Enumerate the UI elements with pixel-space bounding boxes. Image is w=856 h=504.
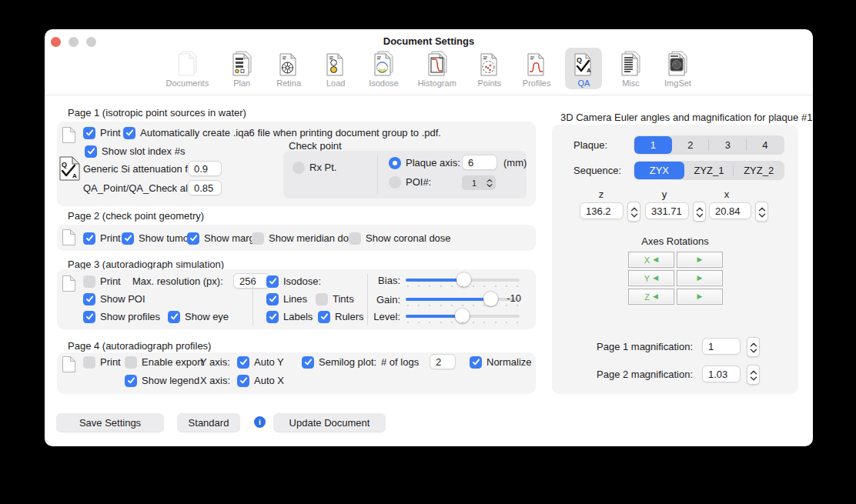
plaque-segmented-control: 1 2 3 4 xyxy=(634,135,784,155)
checkbox-show-profiles[interactable]: Show profiles xyxy=(83,310,160,323)
toolbar-item-points[interactable]: Points xyxy=(471,48,508,89)
checkbox-lines[interactable]: Lines xyxy=(266,292,307,305)
num-logs-field[interactable] xyxy=(430,354,456,369)
page1-magnification-stepper[interactable] xyxy=(747,337,760,357)
page4-header: Page 4 (autoradiograph profiles) xyxy=(68,340,211,352)
misc-icon xyxy=(617,50,644,78)
checkbox-label: Print xyxy=(100,275,121,287)
isodose-icon xyxy=(369,50,397,78)
plaque-segment-3[interactable]: 3 xyxy=(709,136,747,154)
toolbar-item-histogram[interactable]: Histogram xyxy=(413,48,461,89)
rotate-z-positive-button[interactable]: ▶ xyxy=(677,289,723,305)
sequence-segment-zyx[interactable]: ZYX xyxy=(634,162,684,179)
checkbox-show-legend[interactable]: Show legend xyxy=(125,374,199,387)
checkbox-show-meridian-dose[interactable]: Show meridian dose xyxy=(252,232,359,245)
checkbox-label: Show legend xyxy=(142,375,199,386)
checkbox-icon xyxy=(316,293,328,305)
checkbox-show-tumor[interactable]: Show tumor xyxy=(122,232,192,245)
max-resolution-field[interactable] xyxy=(233,273,270,289)
checkbox-enable-export[interactable]: Enable export xyxy=(125,355,203,369)
slider-fill xyxy=(406,298,490,301)
euler-y-field[interactable] xyxy=(645,202,689,219)
checkbox-label: Show tumor xyxy=(139,232,192,244)
page2-magnification-stepper[interactable] xyxy=(747,365,760,385)
checkbox-print-page4[interactable]: Print xyxy=(83,355,121,369)
sequence-segment-zyz1[interactable]: ZYZ_1 xyxy=(684,162,734,179)
update-document-button[interactable]: Update Document xyxy=(273,413,386,432)
page1-magnification-field[interactable] xyxy=(702,338,741,355)
plaque-segment-4[interactable]: 4 xyxy=(747,136,784,154)
window-title: Document Settings xyxy=(45,35,813,47)
rotate-y-positive-button[interactable]: ▶ xyxy=(677,270,723,286)
checkbox-auto-create-iqa6[interactable]: Automatically create .iqa6 file when pri… xyxy=(123,126,441,139)
right-triangle-icon: ▶ xyxy=(697,293,703,300)
level-slider[interactable] xyxy=(406,315,520,318)
checkbox-tints[interactable]: Tints xyxy=(316,292,354,305)
checkbox-isodose[interactable]: Isodose: xyxy=(266,275,321,288)
documents-icon xyxy=(173,50,201,78)
plaque-segment-2[interactable]: 2 xyxy=(672,136,710,154)
rotate-x-negative-button[interactable]: X◀ xyxy=(628,252,674,268)
gain-slider[interactable]: -10 xyxy=(406,298,520,301)
checkbox-icon xyxy=(266,311,279,323)
plaque-axis-field[interactable] xyxy=(462,155,497,170)
qa-alert-field[interactable] xyxy=(188,180,222,195)
checkbox-icon xyxy=(318,311,330,323)
toolbar-item-imgset[interactable]: ImgSet xyxy=(659,48,696,89)
checkbox-semilog-plot[interactable]: Semilog plot: xyxy=(302,355,376,369)
bias-slider[interactable] xyxy=(406,279,520,282)
poi-number-popup[interactable]: 1 xyxy=(462,175,496,190)
checkbox-show-eye[interactable]: Show eye xyxy=(168,310,229,323)
rotate-y-negative-button[interactable]: Y◀ xyxy=(628,270,674,286)
euler-y-stepper[interactable] xyxy=(693,202,706,222)
euler-x-field[interactable] xyxy=(709,202,751,219)
sequence-label: Sequence: xyxy=(573,165,621,176)
attenuation-field[interactable] xyxy=(188,161,222,176)
y-axis-label: y xyxy=(649,189,680,200)
rotate-x-positive-button[interactable]: ▶ xyxy=(677,252,723,268)
gain-slider-row: Gain: -10 xyxy=(369,292,520,307)
toolbar-item-plan[interactable]: Plan xyxy=(223,48,260,89)
stepper-chevrons-icon xyxy=(630,205,638,219)
checkbox-print-page2[interactable]: Print xyxy=(83,232,121,245)
save-settings-button[interactable]: Save Settings xyxy=(56,413,164,432)
radio-rx-pt[interactable]: Rx Pt. xyxy=(293,161,336,174)
sequence-segment-zyz2[interactable]: ZYZ_2 xyxy=(734,162,784,179)
checkbox-labels[interactable]: Labels xyxy=(266,310,313,323)
toolbar-item-retina[interactable]: Retina xyxy=(270,48,307,89)
plaque-segment-1[interactable]: 1 xyxy=(634,136,672,154)
page-icon xyxy=(62,126,76,144)
toolbar-item-misc[interactable]: Misc xyxy=(612,48,649,89)
toolbar-item-qa[interactable]: Q A QA xyxy=(565,48,602,89)
info-icon[interactable]: i xyxy=(254,416,266,428)
checkbox-show-slot-index[interactable]: Show slot index #s xyxy=(85,145,185,158)
right-triangle-icon: ▶ xyxy=(697,256,703,263)
radio-poi[interactable]: POI#: xyxy=(389,175,431,189)
checkbox-print-page1[interactable]: Print xyxy=(83,126,121,139)
checkbox-show-coronal-dose[interactable]: Show coronal dose xyxy=(349,232,451,245)
checkbox-auto-x[interactable]: Auto X xyxy=(237,374,284,387)
qa-alert-label: QA_Point/QA_Check alert: xyxy=(83,182,202,194)
page2-magnification-field[interactable] xyxy=(702,365,741,382)
radio-plaque-axis[interactable]: Plaque axis: xyxy=(389,156,460,169)
checkbox-label: Show meridian dose xyxy=(269,232,359,244)
euler-x-stepper[interactable] xyxy=(755,202,768,222)
checkbox-show-poi[interactable]: Show POI xyxy=(83,292,145,305)
left-triangle-icon: ◀ xyxy=(653,293,658,300)
page4-section: Print Enable export Y axis: Auto Y Semil… xyxy=(57,352,536,394)
checkbox-rulers[interactable]: Rulers xyxy=(318,310,364,323)
page1-section: Print Automatically create .iqa6 file wh… xyxy=(57,122,536,206)
standard-button[interactable]: Standard xyxy=(177,413,240,432)
toolbar-item-documents[interactable]: Documents xyxy=(162,48,214,89)
euler-z-stepper[interactable] xyxy=(627,202,640,222)
radio-icon xyxy=(389,157,401,169)
checkbox-normalize[interactable]: Normalize xyxy=(470,355,532,369)
checkbox-icon xyxy=(83,127,95,139)
checkbox-print-page3[interactable]: Print xyxy=(83,275,121,288)
toolbar-item-isodose[interactable]: Isodose xyxy=(364,48,403,89)
rotate-z-negative-button[interactable]: Z◀ xyxy=(628,289,674,305)
checkbox-auto-y[interactable]: Auto Y xyxy=(237,355,284,369)
toolbar-item-profiles[interactable]: Profiles xyxy=(518,48,556,89)
euler-z-field[interactable] xyxy=(580,202,624,219)
toolbar-item-load[interactable]: Load xyxy=(317,48,354,89)
